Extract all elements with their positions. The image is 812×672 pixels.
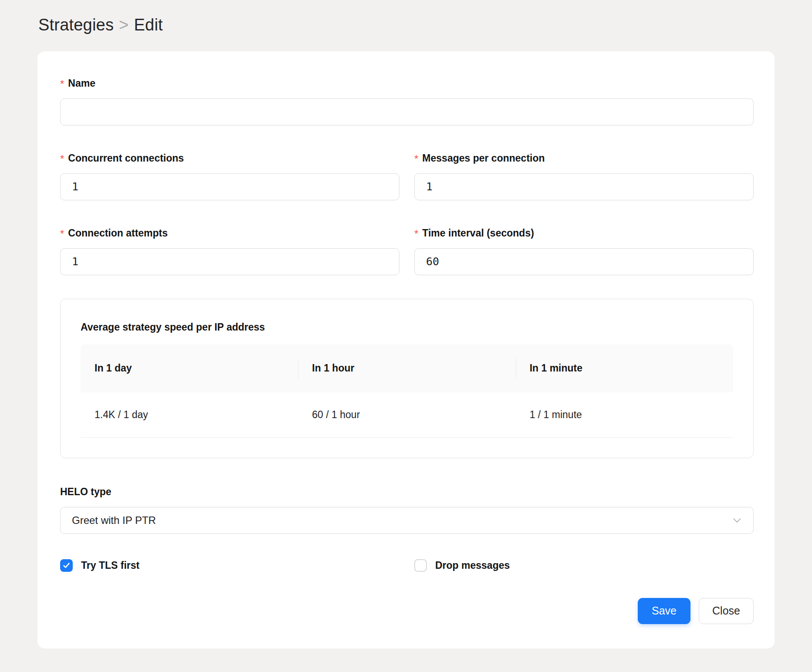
- messages-per-connection-input[interactable]: [414, 173, 754, 200]
- concurrent-connections-label: * Concurrent connections: [60, 152, 399, 164]
- connection-attempts-label-text: Connection attempts: [68, 227, 168, 239]
- name-field: * Name: [60, 78, 754, 125]
- helo-type-label-text: HELO type: [60, 486, 112, 497]
- speed-value-per-minute: 1 / 1 minute: [516, 409, 733, 421]
- chevron-down-icon: [731, 515, 743, 526]
- speed-table-value-row: 1.4K / 1 day 60 / 1 hour 1 / 1 minute: [81, 392, 733, 438]
- name-label-text: Name: [68, 78, 95, 89]
- save-button[interactable]: Save: [638, 598, 690, 624]
- time-interval-label: * Time interval (seconds): [414, 227, 754, 239]
- helo-type-selected-value: Greet with IP PTR: [72, 514, 156, 527]
- time-interval-field: * Time interval (seconds): [414, 227, 754, 275]
- messages-per-connection-field: * Messages per connection: [414, 152, 754, 200]
- try-tls-first-checkbox[interactable]: [60, 559, 73, 572]
- helo-type-field: HELO type Greet with IP PTR: [60, 486, 754, 534]
- required-asterisk: *: [60, 228, 64, 240]
- concurrent-connections-input[interactable]: [60, 173, 399, 200]
- messages-per-connection-label: * Messages per connection: [414, 152, 754, 164]
- required-asterisk: *: [60, 78, 64, 90]
- speed-header-in-1-day: In 1 day: [81, 362, 298, 374]
- speed-value-per-day: 1.4K / 1 day: [81, 409, 298, 421]
- speed-header-in-1-hour: In 1 hour: [298, 362, 515, 374]
- required-asterisk: *: [60, 153, 64, 165]
- required-asterisk: *: [414, 153, 418, 165]
- breadcrumb-edit: Edit: [134, 16, 163, 34]
- helo-type-label: HELO type: [60, 486, 754, 497]
- name-label: * Name: [60, 78, 754, 89]
- speed-value-per-hour: 60 / 1 hour: [298, 409, 515, 421]
- average-speed-table: In 1 day In 1 hour In 1 minute 1.4K / 1 …: [81, 344, 733, 438]
- speed-table-header-row: In 1 day In 1 hour In 1 minute: [81, 344, 733, 392]
- time-interval-input[interactable]: [414, 248, 754, 275]
- try-tls-first-checkbox-item[interactable]: Try TLS first: [60, 559, 399, 572]
- close-button[interactable]: Close: [699, 598, 754, 624]
- speed-header-in-1-minute: In 1 minute: [516, 362, 733, 374]
- connection-attempts-field: * Connection attempts: [60, 227, 399, 275]
- name-input[interactable]: [60, 98, 754, 125]
- helo-type-select[interactable]: Greet with IP PTR: [60, 507, 754, 534]
- strategy-edit-card: * Name * Concurrent connections * Messag…: [37, 51, 775, 648]
- try-tls-first-label: Try TLS first: [81, 560, 139, 571]
- messages-per-connection-label-text: Messages per connection: [422, 152, 545, 164]
- connection-attempts-input[interactable]: [60, 248, 399, 275]
- connection-attempts-label: * Connection attempts: [60, 227, 399, 239]
- form-actions: Save Close: [60, 598, 754, 624]
- time-interval-label-text: Time interval (seconds): [422, 227, 534, 239]
- average-speed-title: Average strategy speed per IP address: [81, 321, 733, 333]
- concurrent-connections-field: * Concurrent connections: [60, 152, 399, 200]
- average-speed-panel: Average strategy speed per IP address In…: [60, 299, 754, 458]
- breadcrumb: Strategies>Edit: [0, 0, 812, 36]
- concurrent-connections-label-text: Concurrent connections: [68, 152, 184, 164]
- checkmark-icon: [62, 561, 71, 570]
- required-asterisk: *: [414, 228, 418, 240]
- drop-messages-checkbox[interactable]: [414, 559, 427, 572]
- breadcrumb-strategies[interactable]: Strategies: [38, 16, 114, 34]
- breadcrumb-separator: >: [119, 16, 129, 34]
- drop-messages-label: Drop messages: [435, 560, 510, 571]
- drop-messages-checkbox-item[interactable]: Drop messages: [414, 559, 754, 572]
